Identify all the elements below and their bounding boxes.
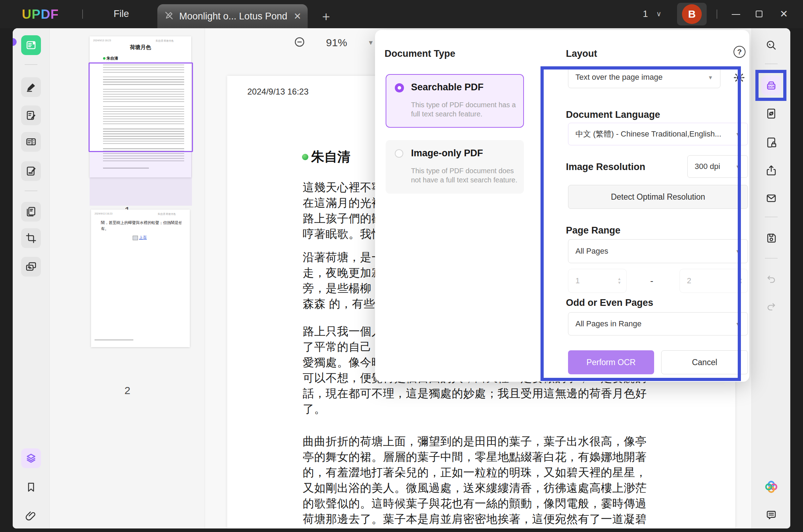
green-dot-icon [103, 57, 105, 60]
organize-pages-button[interactable] [21, 202, 41, 222]
attachment-panel-button[interactable] [21, 506, 41, 526]
page-range-dropdown[interactable]: All Pages ▼ [568, 239, 748, 263]
layers-panel-button[interactable] [21, 448, 41, 468]
feedback-button[interactable] [761, 505, 781, 525]
image-resolution-dropdown[interactable]: 300 dpi ▼ [687, 155, 748, 178]
edit-disabled-icon [164, 10, 174, 22]
minimize-button[interactable] [732, 14, 740, 15]
document-language-heading: Document Language [566, 109, 660, 120]
image-only-pdf-option[interactable]: Image-only PDF This type of PDF document… [386, 140, 524, 194]
ocr-dialog: Document Type Searchable PDF This type o… [375, 30, 749, 382]
help-icon[interactable]: ? [733, 46, 745, 58]
detect-optimal-resolution-button[interactable]: Detect Optimal Resolution [568, 185, 748, 209]
document-type-heading: Document Type [385, 48, 455, 59]
search-button[interactable] [761, 35, 781, 55]
image-resolution-heading: Image Resolution [566, 162, 645, 173]
crop-tool-button[interactable] [21, 228, 41, 248]
titlebar-divider [82, 10, 83, 19]
avatar[interactable]: B [682, 4, 702, 24]
window-close-button[interactable]: ✕ [780, 8, 788, 20]
pdf-header-date: 2024/9/13 16:23 [247, 87, 309, 97]
caret-down-icon: ▼ [735, 321, 741, 327]
stepper-arrows-icon[interactable]: ▲▼ [739, 277, 743, 285]
new-tab-button[interactable]: ＋ [320, 8, 332, 25]
rail-divider [25, 191, 37, 191]
updf-logo: UPDF [22, 7, 59, 22]
ocr-button[interactable]: OCR [761, 75, 781, 95]
thumb1-doc-title: 荷塘月色 [90, 44, 191, 51]
rail-divider [765, 64, 778, 64]
thumb2-footer [95, 339, 133, 340]
thumb2-back-link: 上頁 [133, 235, 147, 240]
image-only-pdf-label: Image-only PDF [411, 148, 483, 159]
app-content: 2024/9/13 16:23 朱自清 荷塘月色 荷塘月色 朱自清 1 202 [13, 28, 790, 528]
zoom-level[interactable]: 91% [326, 37, 347, 49]
radio-off-icon[interactable] [395, 149, 403, 158]
left-toolbar [13, 28, 50, 528]
page-range-heading: Page Range [566, 225, 621, 236]
menu-file[interactable]: File [114, 8, 129, 19]
titlebar-divider-2 [717, 10, 717, 19]
ai-assistant-button[interactable] [761, 477, 781, 497]
edit-pdf-button[interactable] [21, 161, 41, 181]
rail-divider [765, 258, 778, 259]
page-to-stepper[interactable]: 2 ▲▼ [680, 269, 748, 293]
updf-window: UPDF File Help Moonlight o... Lotus Pond… [0, 0, 803, 532]
comment-tool-button[interactable] [21, 105, 41, 125]
convert-button[interactable] [761, 104, 781, 123]
protect-button[interactable] [761, 133, 781, 152]
stepper-arrows-icon[interactable]: ▲▼ [617, 277, 621, 285]
redo-button[interactable] [761, 296, 781, 316]
layout-dropdown[interactable]: Text over the page image ▼ [568, 66, 720, 88]
page-from-stepper[interactable]: 1 ▲▼ [568, 269, 627, 293]
page-indicator-caret-icon[interactable]: ∨ [656, 10, 662, 18]
thumbnail-page-2[interactable]: 2024/9/13 16:23 朱自清 荷塘月色 鬧，甚至樹上的蟬聲與水裡的蛙聲… [91, 210, 190, 347]
green-dot-icon [302, 154, 308, 160]
document-tab[interactable]: Moonlight o... Lotus Pond ✕ [157, 4, 308, 28]
mail-button[interactable] [761, 188, 781, 208]
layout-settings-gear-icon[interactable] [732, 71, 746, 86]
account-tile[interactable]: B [677, 3, 707, 25]
searchable-pdf-label: Searchable PDF [411, 82, 484, 93]
title-bar: UPDF File Help Moonlight o... Lotus Pond… [0, 0, 803, 28]
page-indicator[interactable]: 1 [643, 8, 648, 19]
cancel-button[interactable]: Cancel [661, 350, 748, 374]
thumb2-number: 2 [50, 385, 205, 397]
zoom-out-icon[interactable] [294, 36, 306, 49]
paragraph-4: 曲曲折折的荷塘上面，彌望到的是田田的葉子，葉子出水很高，像亭 亭的舞女的裙。層層… [303, 434, 647, 528]
caret-down-icon: ▼ [708, 74, 713, 80]
undo-button[interactable] [761, 269, 781, 289]
radio-on-icon[interactable] [395, 83, 404, 92]
document-language-dropdown[interactable]: 中文 (繁體) - Chinese Traditional,English...… [568, 123, 748, 145]
layout-heading: Layout [566, 48, 597, 59]
thumb1-author: 朱自清 [103, 56, 118, 61]
thumb2-line2: 有。 [101, 226, 109, 231]
bookmark-panel-button[interactable] [21, 477, 41, 497]
odd-even-heading: Odd or Even Pages [566, 297, 653, 308]
highlighter-tool-button[interactable] [21, 77, 41, 97]
zoom-controls: 91% ▼ [294, 36, 374, 49]
save-button[interactable] [761, 228, 781, 248]
searchable-pdf-description: This type of PDF document has a full tex… [411, 100, 519, 119]
zoom-caret-icon[interactable]: ▼ [368, 39, 374, 47]
reader-view-button[interactable] [21, 35, 41, 55]
thumb1-viewport-box[interactable] [89, 62, 193, 152]
thumb1-header-title: 朱自清 荷塘月色 [156, 39, 174, 43]
caret-down-icon: ▼ [735, 164, 741, 170]
image-only-pdf-description: This type of PDF document does not have … [411, 166, 519, 185]
form-tool-button[interactable] [21, 132, 41, 152]
odd-even-dropdown[interactable]: All Pages in Range ▼ [568, 312, 748, 335]
thumb2-header-date: 2024/9/13 16:23 [95, 212, 113, 215]
tab-close-icon[interactable]: ✕ [294, 11, 301, 22]
perform-ocr-button[interactable]: Perform OCR [568, 350, 654, 374]
share-button[interactable] [761, 161, 781, 180]
maximize-button[interactable] [756, 11, 762, 17]
thumb2-header-title: 朱自清 荷塘月色 [158, 212, 176, 216]
svg-text:OCR: OCR [768, 85, 775, 89]
caret-down-icon: ▼ [735, 131, 741, 137]
tab-title: Moonlight o... Lotus Pond [179, 11, 289, 22]
searchable-pdf-option[interactable]: Searchable PDF This type of PDF document… [386, 74, 524, 128]
slideshow-button[interactable] [21, 257, 41, 277]
pdf-author-row: 朱自清 [302, 148, 350, 166]
thumb1-selection-tint [90, 152, 192, 206]
